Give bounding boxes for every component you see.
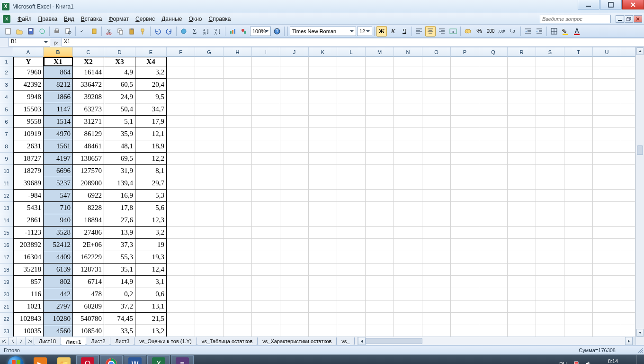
cell[interactable]: [451, 190, 479, 202]
menu-формат[interactable]: Формат: [105, 15, 132, 23]
cell[interactable]: [280, 103, 309, 116]
cell[interactable]: [366, 57, 394, 66]
cell[interactable]: [280, 66, 309, 79]
cell[interactable]: [394, 79, 422, 91]
cell[interactable]: [280, 300, 309, 313]
cell[interactable]: [309, 91, 337, 103]
row-header[interactable]: 20: [0, 288, 13, 300]
cell[interactable]: [422, 79, 451, 91]
cell[interactable]: 12,4: [135, 264, 167, 276]
cell[interactable]: [451, 227, 479, 239]
cell[interactable]: -1123: [13, 227, 44, 239]
cell[interactable]: [195, 57, 224, 66]
cell[interactable]: [593, 66, 621, 79]
cell[interactable]: [252, 177, 280, 190]
cell[interactable]: [167, 214, 195, 227]
row-header[interactable]: 5: [0, 103, 13, 116]
cell[interactable]: 35,1: [104, 264, 135, 276]
cell[interactable]: 203892: [13, 239, 44, 251]
cell[interactable]: [195, 128, 224, 140]
cell[interactable]: [195, 190, 224, 202]
cell[interactable]: [593, 313, 621, 325]
cell[interactable]: [593, 165, 621, 177]
cell[interactable]: [309, 57, 337, 66]
scroll-up-button[interactable]: [636, 47, 644, 55]
row-header[interactable]: 18: [0, 264, 13, 276]
language-indicator[interactable]: RU: [557, 360, 569, 364]
cell[interactable]: [337, 91, 366, 103]
cell[interactable]: [280, 79, 309, 91]
cell[interactable]: [451, 140, 479, 153]
cell[interactable]: [224, 103, 252, 116]
cell[interactable]: 2631: [13, 140, 44, 153]
cell[interactable]: 9558: [13, 116, 44, 128]
cell[interactable]: 18279: [13, 165, 44, 177]
cell[interactable]: [224, 66, 252, 79]
font-name-combo[interactable]: Times New Roman: [290, 27, 356, 36]
cell[interactable]: [564, 227, 593, 239]
cell[interactable]: [593, 177, 621, 190]
row-header[interactable]: 8: [0, 140, 13, 153]
sheet-tab[interactable]: Лист3: [110, 337, 134, 346]
cell[interactable]: 69,5: [104, 153, 135, 165]
cell[interactable]: [252, 165, 280, 177]
cell[interactable]: 16,9: [104, 190, 135, 202]
cell[interactable]: [252, 79, 280, 91]
cell[interactable]: [224, 177, 252, 190]
chart-wizard-button[interactable]: [227, 26, 238, 36]
name-box[interactable]: B1: [9, 38, 50, 47]
cell[interactable]: [394, 264, 422, 276]
cell[interactable]: [252, 264, 280, 276]
cell[interactable]: [536, 214, 564, 227]
cell[interactable]: [195, 177, 224, 190]
cell[interactable]: [422, 91, 451, 103]
cell[interactable]: 9,5: [135, 91, 167, 103]
new-button[interactable]: [3, 26, 13, 36]
cell[interactable]: 16144: [73, 66, 104, 79]
cell[interactable]: [252, 103, 280, 116]
cell[interactable]: [422, 251, 451, 264]
cell[interactable]: [508, 165, 536, 177]
cell[interactable]: [508, 239, 536, 251]
copy-button[interactable]: [115, 26, 125, 36]
cell[interactable]: [309, 300, 337, 313]
cell[interactable]: 74,45: [104, 313, 135, 325]
redo-button[interactable]: [164, 26, 174, 36]
cell[interactable]: [167, 251, 195, 264]
column-header[interactable]: E: [135, 47, 167, 57]
cell[interactable]: [280, 239, 309, 251]
taskbar-winrar[interactable]: ≡: [171, 355, 194, 364]
permission-button[interactable]: [37, 26, 47, 36]
fx-label[interactable]: fx: [50, 40, 62, 46]
cell[interactable]: [280, 91, 309, 103]
cell[interactable]: [564, 251, 593, 264]
cell[interactable]: [224, 91, 252, 103]
cell[interactable]: 128731: [73, 264, 104, 276]
cell[interactable]: [451, 165, 479, 177]
column-header[interactable]: M: [366, 47, 394, 57]
cell[interactable]: [593, 300, 621, 313]
cell[interactable]: [451, 79, 479, 91]
cell[interactable]: [366, 227, 394, 239]
italic-button[interactable]: К: [388, 26, 398, 36]
cell[interactable]: 108540: [73, 325, 104, 337]
cell[interactable]: [422, 264, 451, 276]
cell[interactable]: [564, 177, 593, 190]
cell[interactable]: [394, 66, 422, 79]
cell[interactable]: [536, 177, 564, 190]
cell[interactable]: 48461: [73, 140, 104, 153]
cell[interactable]: 10035: [13, 325, 44, 337]
cell[interactable]: 31,9: [104, 165, 135, 177]
cell[interactable]: [564, 103, 593, 116]
cell[interactable]: [593, 276, 621, 288]
cell[interactable]: X2: [73, 57, 104, 66]
cell[interactable]: 3528: [44, 227, 73, 239]
cell[interactable]: [508, 325, 536, 337]
cell[interactable]: [479, 313, 508, 325]
cell[interactable]: [451, 264, 479, 276]
cell[interactable]: 2861: [13, 214, 44, 227]
cell[interactable]: [337, 190, 366, 202]
sheet-tab[interactable]: Лист2: [86, 337, 110, 346]
menu-файл[interactable]: Файл: [14, 15, 35, 23]
cell[interactable]: [252, 91, 280, 103]
